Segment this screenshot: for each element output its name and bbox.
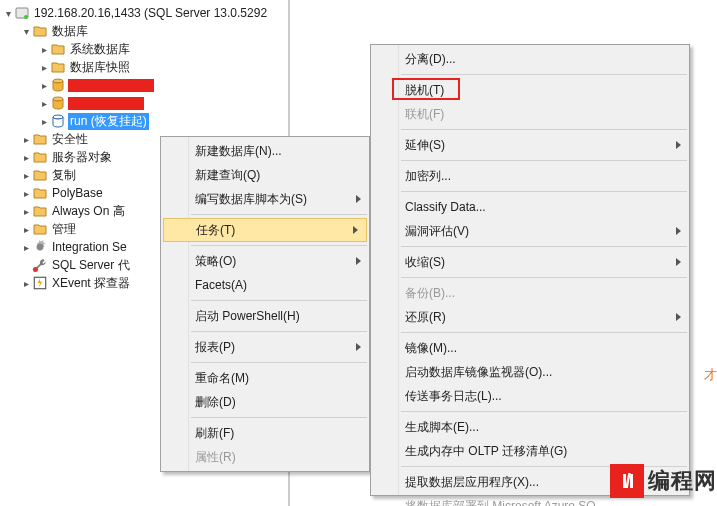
brand-icon: I/I — [610, 464, 644, 498]
system-databases-node[interactable]: ▸ 系统数据库 — [0, 40, 288, 58]
menu-separator — [401, 74, 687, 75]
menu-generate-scripts[interactable]: 生成脚本(E)... — [371, 415, 689, 439]
folder-icon — [32, 222, 48, 236]
server-objects-label: 服务器对象 — [50, 149, 114, 166]
redacted-bar — [68, 97, 144, 110]
folder-icon — [32, 132, 48, 146]
server-label: 192.168.20.16,1433 (SQL Server 13.0.5292 — [32, 6, 269, 20]
folder-icon — [32, 168, 48, 182]
tasks-submenu[interactable]: 分离(D)... 脱机(T) 联机(F) 延伸(S) 加密列... Classi… — [370, 44, 690, 496]
expand-icon[interactable]: ▸ — [38, 79, 50, 91]
menu-mirror[interactable]: 镜像(M)... — [371, 336, 689, 360]
sql-agent-label: SQL Server 代 — [50, 257, 132, 274]
menu-facets[interactable]: Facets(A) — [161, 273, 369, 297]
databases-node[interactable]: ▾ 数据库 — [0, 22, 288, 40]
menu-generate-oltp[interactable]: 生成内存中 OLTP 迁移清单(G) — [371, 439, 689, 463]
server-node[interactable]: ▾ 192.168.20.16,1433 (SQL Server 13.0.52… — [0, 4, 288, 22]
menu-separator — [401, 277, 687, 278]
folder-icon — [50, 60, 66, 74]
redacted-db-1[interactable]: ▸ — [0, 76, 288, 94]
menu-script-db[interactable]: 编写数据库脚本为(S) — [161, 187, 369, 211]
menu-separator — [191, 300, 367, 301]
menu-properties: 属性(R) — [161, 445, 369, 469]
expand-icon[interactable]: ▸ — [20, 187, 32, 199]
menu-separator — [401, 332, 687, 333]
menu-launch-mirror-monitor[interactable]: 启动数据库镜像监视器(O)... — [371, 360, 689, 384]
menu-new-database[interactable]: 新建数据库(N)... — [161, 139, 369, 163]
menu-restore[interactable]: 还原(R) — [371, 305, 689, 329]
expand-icon[interactable]: ▸ — [38, 115, 50, 127]
context-menu[interactable]: 新建数据库(N)... 新建查询(Q) 编写数据库脚本为(S) 任务(T) 策略… — [160, 136, 370, 472]
menu-separator — [401, 129, 687, 130]
menu-ship-logs[interactable]: 传送事务日志(L)... — [371, 384, 689, 408]
brand-logo: I/I 编程网 — [610, 464, 717, 498]
menu-classify-data[interactable]: Classify Data... — [371, 195, 689, 219]
menu-reports[interactable]: 报表(P) — [161, 335, 369, 359]
menu-new-query[interactable]: 新建查询(Q) — [161, 163, 369, 187]
expand-icon[interactable]: ▸ — [20, 133, 32, 145]
expand-icon[interactable]: ▸ — [20, 277, 32, 289]
databases-label: 数据库 — [50, 23, 90, 40]
folder-icon — [32, 204, 48, 218]
polybase-label: PolyBase — [50, 186, 105, 200]
svg-point-1 — [24, 15, 28, 19]
menu-separator — [191, 245, 367, 246]
menu-encrypt-columns[interactable]: 加密列... — [371, 164, 689, 188]
expand-icon[interactable]: ▸ — [20, 223, 32, 235]
menu-detach[interactable]: 分离(D)... — [371, 47, 689, 71]
menu-delete[interactable]: 删除(D) — [161, 390, 369, 414]
selected-db-label: run (恢复挂起) — [68, 113, 149, 130]
database-icon — [50, 96, 66, 110]
integration-svc-label: Integration Se — [50, 240, 129, 254]
server-icon — [14, 6, 30, 20]
redacted-db-2[interactable]: ▸ — [0, 94, 288, 112]
expand-icon[interactable]: ▸ — [38, 97, 50, 109]
folder-icon — [32, 186, 48, 200]
expand-icon[interactable]: ▸ — [20, 241, 32, 253]
redacted-bar — [68, 79, 154, 92]
expand-icon[interactable]: ▸ — [38, 61, 50, 73]
xevent-icon — [32, 276, 48, 290]
xevent-label: XEvent 探查器 — [50, 275, 132, 292]
menu-separator — [401, 191, 687, 192]
menu-separator — [191, 417, 367, 418]
menu-take-offline[interactable]: 脱机(T) — [371, 78, 689, 102]
expand-icon[interactable]: ▸ — [38, 43, 50, 55]
menu-separator — [191, 362, 367, 363]
menu-vulnerability[interactable]: 漏洞评估(V) — [371, 219, 689, 243]
menu-separator — [191, 331, 367, 332]
menu-shrink[interactable]: 收缩(S) — [371, 250, 689, 274]
replication-label: 复制 — [50, 167, 78, 184]
security-label: 安全性 — [50, 131, 90, 148]
menu-separator — [401, 160, 687, 161]
menu-rename[interactable]: 重命名(M) — [161, 366, 369, 390]
menu-refresh[interactable]: 刷新(F) — [161, 421, 369, 445]
folder-icon — [32, 24, 48, 38]
alwayson-label: Always On 高 — [50, 203, 127, 220]
expand-icon[interactable]: ▸ — [20, 151, 32, 163]
menu-separator — [191, 214, 367, 215]
wrench-icon — [32, 258, 48, 272]
dbsnapshots-label: 数据库快照 — [68, 59, 132, 76]
menu-tasks[interactable]: 任务(T) — [163, 218, 367, 242]
selected-db-node[interactable]: ▸ run (恢复挂起) — [0, 112, 288, 130]
menu-backup: 备份(B)... — [371, 281, 689, 305]
expand-icon[interactable]: ▸ — [20, 205, 32, 217]
collapse-icon[interactable]: ▾ — [2, 7, 14, 19]
menu-separator — [401, 411, 687, 412]
expand-icon[interactable]: ▸ — [20, 169, 32, 181]
svg-point-6 — [33, 267, 38, 272]
menu-policies[interactable]: 策略(O) — [161, 249, 369, 273]
menu-separator — [401, 246, 687, 247]
folder-icon — [32, 150, 48, 164]
truncated-text: 才 — [704, 366, 717, 384]
collapse-icon[interactable]: ▾ — [20, 25, 32, 37]
gear-icon — [32, 240, 48, 254]
management-label: 管理 — [50, 221, 78, 238]
database-icon — [50, 78, 66, 92]
menu-start-powershell[interactable]: 启动 PowerShell(H) — [161, 304, 369, 328]
db-snapshots-node[interactable]: ▸ 数据库快照 — [0, 58, 288, 76]
menu-stretch[interactable]: 延伸(S) — [371, 133, 689, 157]
brand-text: 编程网 — [648, 466, 717, 496]
sysdb-label: 系统数据库 — [68, 41, 132, 58]
